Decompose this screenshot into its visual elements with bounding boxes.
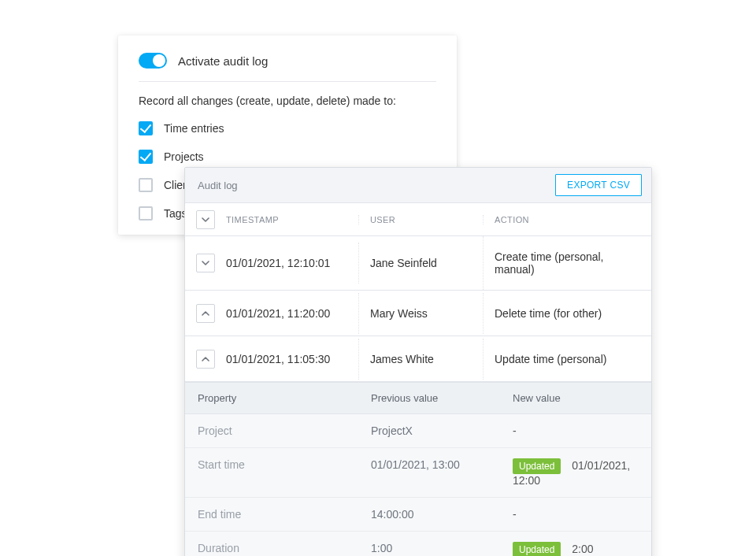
cell-user: James White <box>358 339 483 380</box>
audit-log-panel: Audit log EXPORT CSV TIMESTAMP USER ACTI… <box>184 167 652 556</box>
detail-previous: 1:00 <box>358 532 500 556</box>
settings-description: Record all changes (create, update, dele… <box>139 95 436 107</box>
option-time-entries[interactable]: Time entries <box>139 121 436 135</box>
activate-audit-toggle[interactable] <box>139 53 167 69</box>
detail-col-property: Property <box>185 383 358 413</box>
updated-badge: Updated <box>513 458 561 474</box>
audit-detail: Property Previous value New value Projec… <box>185 382 651 556</box>
detail-row: Duration 1:00 Updated 2:00 <box>185 532 651 556</box>
chevron-up-icon <box>202 357 209 361</box>
cell-user: Mary Weiss <box>358 293 483 334</box>
row-expand[interactable] <box>185 304 226 323</box>
detail-previous: 14:00:00 <box>358 498 500 531</box>
option-label: Time entries <box>164 122 224 135</box>
export-csv-button[interactable]: EXPORT CSV <box>555 174 642 196</box>
cell-action: Update time (personal) <box>483 339 651 380</box>
col-header-user: USER <box>358 215 483 224</box>
cell-timestamp: 01/01/2021, 11:20:00 <box>226 293 358 334</box>
col-header-action: ACTION <box>483 215 651 224</box>
activate-audit-label: Activate audit log <box>178 54 268 68</box>
audit-row: 01/01/2021, 12:10:01 Jane Seinfeld Creat… <box>185 236 651 291</box>
settings-header: Activate audit log <box>139 53 436 82</box>
detail-row: Start time 01/01/2021, 13:00 Updated 01/… <box>185 448 651 498</box>
expand-row-button[interactable] <box>196 350 215 369</box>
audit-row: 01/01/2021, 11:05:30 James White Update … <box>185 336 651 382</box>
checkbox-clients[interactable] <box>139 178 153 192</box>
expand-all[interactable] <box>185 210 226 229</box>
chevron-down-icon <box>202 261 209 265</box>
checkbox-time-entries[interactable] <box>139 121 153 135</box>
detail-previous: ProjectX <box>358 414 500 447</box>
detail-property: Project <box>185 414 358 447</box>
updated-badge: Updated <box>513 542 561 556</box>
cell-timestamp: 01/01/2021, 11:05:30 <box>226 339 358 380</box>
col-header-timestamp: TIMESTAMP <box>226 215 358 224</box>
row-expand[interactable] <box>185 254 226 272</box>
option-projects[interactable]: Projects <box>139 150 436 164</box>
detail-new: Updated 2:00 <box>500 532 651 556</box>
audit-log-header: Audit log EXPORT CSV <box>185 168 651 203</box>
detail-row: Project ProjectX - <box>185 414 651 448</box>
option-label: Projects <box>164 150 204 163</box>
expand-row-button[interactable] <box>196 304 215 323</box>
detail-col-previous: Previous value <box>358 383 500 413</box>
detail-new: Updated 01/01/2021, 12:00 <box>500 448 651 497</box>
cell-timestamp: 01/01/2021, 12:10:01 <box>226 243 358 284</box>
expand-row-button[interactable] <box>196 254 215 272</box>
detail-new-value: - <box>513 424 517 437</box>
checkbox-tags[interactable] <box>139 206 153 221</box>
cell-user: Jane Seinfeld <box>358 243 483 284</box>
detail-row: End time 14:00:00 - <box>185 498 651 532</box>
detail-new-value: - <box>513 508 517 521</box>
row-expand[interactable] <box>185 350 226 369</box>
detail-property: Start time <box>185 448 358 497</box>
checkbox-projects[interactable] <box>139 150 153 164</box>
detail-header: Property Previous value New value <box>185 382 651 414</box>
detail-previous: 01/01/2021, 13:00 <box>358 448 500 497</box>
detail-property: End time <box>185 498 358 531</box>
detail-property: Duration <box>185 532 358 556</box>
cell-action: Create time (personal, manual) <box>483 236 651 290</box>
cell-action: Delete time (for other) <box>483 293 651 334</box>
audit-log-title: Audit log <box>198 180 238 191</box>
detail-col-new: New value <box>500 383 651 413</box>
expand-all-button[interactable] <box>196 210 215 229</box>
detail-new-value: 2:00 <box>572 543 593 555</box>
audit-columns-row: TIMESTAMP USER ACTION <box>185 203 651 236</box>
audit-row: 01/01/2021, 11:20:00 Mary Weiss Delete t… <box>185 291 651 336</box>
detail-new: - <box>500 498 651 531</box>
detail-new: - <box>500 414 651 447</box>
toggle-knob <box>153 54 165 67</box>
chevron-up-icon <box>202 311 209 316</box>
chevron-down-icon <box>202 217 209 222</box>
